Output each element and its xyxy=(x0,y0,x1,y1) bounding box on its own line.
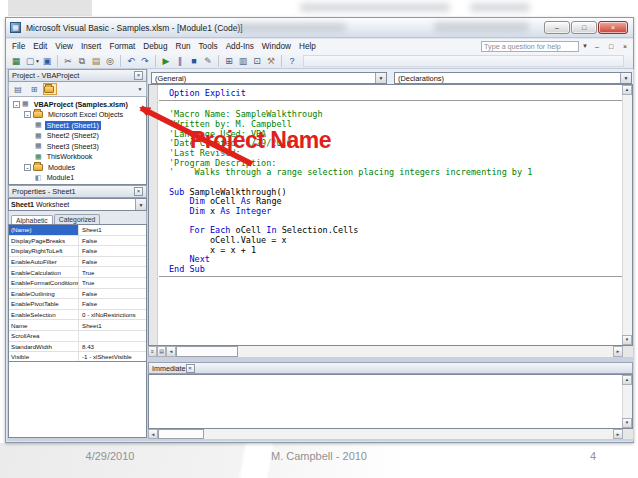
tree-item-sheet2-sheet2[interactable]: ▦Sheet2 (Sheet2) xyxy=(9,131,146,142)
mdi-minimize-button[interactable]: – xyxy=(591,41,603,52)
property-value[interactable]: True xyxy=(79,279,95,286)
code-line[interactable]: End Sub xyxy=(169,265,622,275)
object-dropdown[interactable]: (General) ▼ xyxy=(151,72,387,84)
copy-icon[interactable]: ⧉ xyxy=(75,54,89,68)
view-object-icon[interactable]: ⊞ xyxy=(27,83,41,95)
code-editor[interactable]: Option Explicit'Macro Name: SampleWalkth… xyxy=(148,84,633,346)
property-value[interactable]: Sheet1 xyxy=(79,226,102,233)
menu-item-edit[interactable]: Edit xyxy=(29,41,51,52)
run-icon[interactable]: ▶ xyxy=(159,54,173,68)
expander-icon[interactable]: - xyxy=(13,101,20,108)
scroll-up-icon[interactable]: ▲ xyxy=(622,85,632,95)
properties-panel-close-button[interactable]: × xyxy=(134,187,143,196)
property-row-enableselection[interactable]: EnableSelection0 - xlNoRestrictions xyxy=(9,310,146,321)
menu-item-window[interactable]: Window xyxy=(258,41,295,52)
property-value[interactable]: False xyxy=(79,247,97,254)
design-mode-icon[interactable]: ✎ xyxy=(201,54,215,68)
property-name[interactable]: (Name) xyxy=(9,225,79,235)
maximize-button[interactable]: □ xyxy=(571,21,597,34)
scrollbar-thumb[interactable] xyxy=(176,346,238,357)
property-name[interactable]: EnableCalculation xyxy=(9,267,79,277)
property-row-enablepivottable[interactable]: EnablePivotTableFalse xyxy=(9,299,146,310)
procedure-dropdown[interactable]: (Declarations) ▼ xyxy=(394,72,632,84)
menu-item-add-ins[interactable]: Add-Ins xyxy=(222,41,258,52)
scrollbar-track[interactable] xyxy=(204,429,613,439)
help-dropdown-icon[interactable]: ▼ xyxy=(581,43,589,49)
view-microsoft-excel-icon[interactable]: ▦ xyxy=(9,54,23,68)
paste-icon[interactable]: ▤ xyxy=(89,54,103,68)
property-value[interactable]: 0 - xlNoRestrictions xyxy=(79,311,136,318)
property-value[interactable]: False xyxy=(79,258,97,265)
property-value[interactable]: False xyxy=(79,300,97,307)
scroll-down-icon[interactable]: ▼ xyxy=(622,335,632,345)
menu-item-format[interactable]: Format xyxy=(105,41,139,52)
menu-item-run[interactable]: Run xyxy=(171,41,194,52)
property-row-name[interactable]: (Name)Sheet1 xyxy=(9,225,146,236)
minimize-button[interactable]: – xyxy=(544,21,570,34)
menu-item-file[interactable]: File xyxy=(8,41,29,52)
property-value[interactable]: -1 - xlSheetVisible xyxy=(79,353,132,360)
code-line[interactable]: x = x + 1 xyxy=(169,246,622,256)
scroll-left-icon[interactable]: ◄ xyxy=(166,346,176,357)
save-icon[interactable]: ▣ xyxy=(40,54,54,68)
property-value[interactable]: True xyxy=(79,269,95,276)
menu-item-debug[interactable]: Debug xyxy=(139,41,171,52)
view-code-icon[interactable]: ▤ xyxy=(11,83,25,95)
scroll-up-icon[interactable]: ▲ xyxy=(622,375,632,385)
code-line[interactable]: Option Explicit xyxy=(169,89,622,99)
tree-item-module1[interactable]: ◧Module1 xyxy=(9,173,146,184)
redo-icon[interactable]: ↷ xyxy=(138,54,152,68)
tab-categorized[interactable]: Categorized xyxy=(54,214,101,224)
tree-item-thisworkbook[interactable]: ▦ThisWorkbook xyxy=(9,152,146,163)
property-name[interactable]: Visible xyxy=(9,352,79,362)
immediate-window-body[interactable]: ▲ ▼ xyxy=(148,374,633,429)
property-row-enableautofilter[interactable]: EnableAutoFilterFalse xyxy=(9,257,146,268)
menu-item-view[interactable]: View xyxy=(51,41,77,52)
menu-item-tools[interactable]: Tools xyxy=(195,41,222,52)
expander-icon[interactable]: - xyxy=(24,164,31,171)
property-name[interactable]: EnablePivotTable xyxy=(9,299,79,309)
property-name[interactable]: EnableSelection xyxy=(9,310,79,320)
properties-window-icon[interactable]: ▥ xyxy=(236,54,250,68)
property-value[interactable]: 8.43 xyxy=(79,343,94,350)
object-selector-dropdown-icon[interactable]: ▼ xyxy=(135,199,146,210)
property-value[interactable]: Sheet1 xyxy=(79,322,102,329)
property-name[interactable]: ScrollArea xyxy=(9,331,79,341)
property-name[interactable]: EnableOutlining xyxy=(9,289,79,299)
property-name[interactable]: StandardWidth xyxy=(9,342,79,352)
procedure-view-button[interactable]: ≡ xyxy=(148,346,157,357)
mdi-restore-button[interactable]: □ xyxy=(605,41,617,52)
help-icon[interactable]: ? xyxy=(285,54,299,68)
code-vertical-scrollbar[interactable]: ▲ ▼ xyxy=(622,85,632,345)
tree-item-modules[interactable]: -Modules xyxy=(9,162,146,173)
scroll-down-icon[interactable]: ▼ xyxy=(622,418,632,428)
property-value[interactable]: False xyxy=(79,237,97,244)
menu-item-help[interactable]: Help xyxy=(295,41,320,52)
mdi-close-button[interactable]: × xyxy=(619,41,631,52)
toolbox-icon[interactable]: ⚒ xyxy=(264,54,278,68)
property-row-standardwidth[interactable]: StandardWidth8.43 xyxy=(9,342,146,353)
menu-item-insert[interactable]: Insert xyxy=(77,41,105,52)
project-explorer-icon[interactable]: ⊞ xyxy=(222,54,236,68)
scrollbar-track[interactable] xyxy=(238,346,613,357)
project-toolbar-overflow-button[interactable]: ▼ xyxy=(136,83,144,95)
scroll-left-icon[interactable]: ◄ xyxy=(148,429,158,439)
code-line[interactable]: ' Walks through a range selection placin… xyxy=(169,168,622,178)
property-name[interactable]: DisplayRightToLeft xyxy=(9,246,79,256)
immediate-vertical-scrollbar[interactable]: ▲ ▼ xyxy=(622,375,632,428)
immediate-panel-close-button[interactable]: × xyxy=(186,364,195,373)
undo-icon[interactable]: ↶ xyxy=(124,54,138,68)
scroll-right-icon[interactable]: ► xyxy=(613,346,623,357)
code-line[interactable]: Next xyxy=(169,255,622,265)
property-name[interactable]: Name xyxy=(9,320,79,330)
properties-object-selector[interactable]: Sheet1 Worksheet ▼ xyxy=(8,198,147,211)
code-line[interactable]: Dim x As Integer xyxy=(169,207,622,217)
reset-icon[interactable]: ■ xyxy=(187,54,201,68)
scroll-right-icon[interactable]: ► xyxy=(613,429,623,439)
tree-item-vbaproject-samples-xlsm[interactable]: -▦VBAProject (Samples.xlsm) xyxy=(9,99,146,110)
property-row-enableformatconditions[interactable]: EnableFormatConditionsTrue xyxy=(9,278,146,289)
expander-icon[interactable]: - xyxy=(24,111,31,118)
tree-item-microsoft-excel-objects[interactable]: -Microsoft Excel Objects xyxy=(9,110,146,121)
object-browser-icon[interactable]: ⊡ xyxy=(250,54,264,68)
tree-item-sheet1-sheet1[interactable]: ▦Sheet1 (Sheet1) xyxy=(9,120,146,131)
